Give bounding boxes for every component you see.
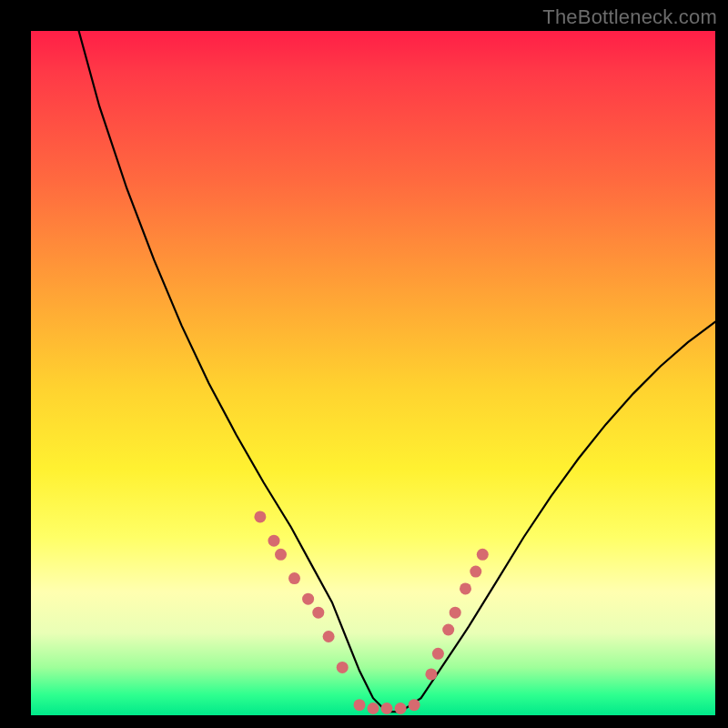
chart-svg (31, 31, 715, 715)
marker-dot (288, 572, 300, 584)
watermark-text: TheBottleneck.com (542, 5, 717, 29)
marker-dot (337, 662, 349, 673)
marker-dot (432, 648, 444, 660)
chart-frame: TheBottleneck.com (0, 0, 728, 728)
marker-dot (368, 703, 379, 714)
marker-dot (268, 535, 280, 547)
marker-dot (460, 582, 471, 594)
marker-dot (302, 593, 314, 605)
marker-dot (275, 549, 287, 561)
marker-dot (354, 699, 366, 711)
marker-dot (395, 703, 407, 714)
bottleneck-curve (79, 31, 715, 712)
marker-dot (477, 549, 489, 561)
marker-dot (312, 607, 324, 619)
marker-dots (254, 511, 488, 714)
marker-dot (442, 624, 454, 636)
marker-dot (254, 511, 266, 522)
marker-dot (450, 607, 461, 619)
marker-dot (381, 703, 393, 714)
marker-dot (409, 699, 420, 711)
marker-dot (470, 566, 481, 578)
plot-area (31, 31, 715, 715)
marker-dot (425, 668, 437, 680)
marker-dot (323, 631, 335, 642)
